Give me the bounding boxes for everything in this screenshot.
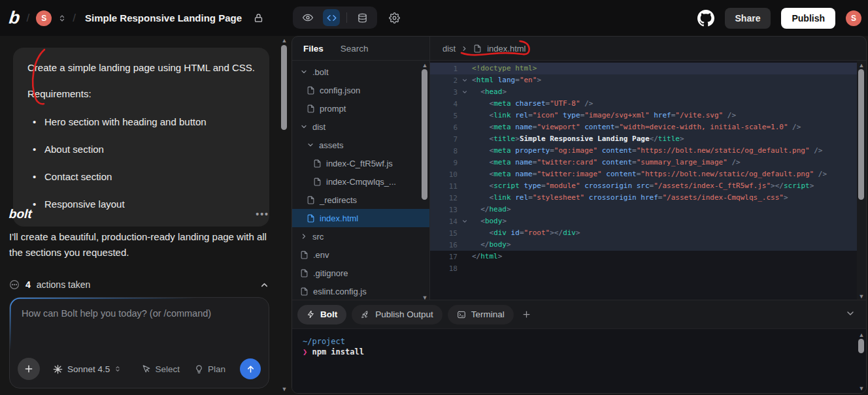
chat-scrollbar[interactable]: ▲ ▼ [280, 36, 289, 394]
tree-item-prompt[interactable]: prompt [292, 99, 429, 118]
code-line-6[interactable]: 6 <meta name="viewport" content="width=d… [430, 121, 857, 133]
share-button[interactable]: Share [725, 8, 771, 29]
code-line-4[interactable]: 4 <meta charset="UTF-8" /> [430, 98, 857, 110]
code-line-2[interactable]: 2<html lang="en"> [430, 74, 857, 86]
code-line-1[interactable]: 1<!doctype html> [430, 63, 857, 74]
editor-breadcrumb[interactable]: dist index.html [429, 44, 526, 54]
line-number: 5 [430, 112, 458, 120]
file-icon [300, 269, 309, 277]
scroll-up-arrow[interactable]: ▲ [858, 332, 865, 338]
tree-item-index-C-ftR5wf.js[interactable]: index-C_ftR5wf.js [292, 154, 429, 172]
scroll-down-arrow[interactable]: ▼ [858, 385, 865, 392]
tree-scrollbar[interactable]: ▲ ▼ [420, 62, 429, 301]
tree-item-src[interactable]: src [292, 227, 429, 245]
breadcrumb-file[interactable]: index.html [487, 44, 526, 54]
model-selector[interactable]: Sonnet 4.5 [53, 364, 121, 374]
code-line-18[interactable]: 18 [430, 262, 857, 274]
code-text: <meta name="twitter:image" content="http… [472, 168, 827, 180]
collapse-chevron-icon[interactable] [259, 280, 269, 290]
breadcrumb-folder[interactable]: dist [442, 44, 456, 54]
fold-chevron-icon[interactable] [458, 77, 472, 84]
tree-item-index.html[interactable]: index.html [292, 209, 429, 227]
tree-item-.bolt[interactable]: .bolt [292, 63, 429, 81]
scrollbar-thumb[interactable] [281, 45, 287, 130]
scroll-up-arrow[interactable]: ▲ [858, 62, 865, 69]
scrollbar-thumb[interactable] [422, 69, 427, 200]
code-line-11[interactable]: 11 <script type="module" crossorigin src… [430, 180, 857, 192]
publish-button[interactable]: Publish [781, 8, 835, 29]
message-menu-icon[interactable]: ••• [256, 209, 269, 219]
line-number: 2 [430, 76, 458, 85]
code-line-7[interactable]: 7 <title>Simple Responsive Landing Page<… [430, 133, 857, 145]
code-line-14[interactable]: 14 <body> [430, 215, 857, 227]
bolt-logo[interactable]: b [8, 9, 21, 27]
cursor-icon [141, 364, 151, 374]
code-line-17[interactable]: 17</html> [430, 251, 857, 262]
tree-item--redirects[interactable]: _redirects [292, 191, 429, 209]
scroll-down-arrow[interactable]: ▼ [281, 386, 288, 392]
code-view-icon[interactable] [323, 9, 340, 26]
tab-search[interactable]: Search [341, 44, 369, 54]
tree-item-config.json[interactable]: config.json [292, 81, 429, 99]
settings-gear-icon[interactable] [389, 12, 400, 24]
fold-chevron-icon[interactable] [458, 89, 472, 95]
database-icon[interactable] [354, 9, 371, 26]
plan-button[interactable]: Plan [194, 364, 225, 374]
code-line-9[interactable]: 9 <meta name="twitter:card" content="sum… [430, 157, 857, 168]
tab-files[interactable]: Files [303, 44, 324, 54]
code-line-15[interactable]: 15 <div id="root"></div> [430, 227, 857, 239]
chat-input-card: Sonnet 4.5 Select Plan [9, 297, 269, 388]
chevron-down-icon [307, 141, 314, 149]
line-number: 6 [430, 123, 458, 132]
tab-bolt-terminal[interactable]: Bolt [297, 305, 346, 324]
terminal-output[interactable]: ~/project ❯ npm install [292, 328, 866, 393]
tree-item-eslint.config.js[interactable]: eslint.config.js [292, 282, 429, 300]
workspace-switcher-icon[interactable] [58, 14, 66, 22]
preview-eye-icon[interactable] [299, 9, 316, 26]
code-text: <div id="root"></div> [472, 227, 580, 239]
file-icon [307, 214, 315, 223]
user-avatar[interactable]: S [846, 10, 861, 26]
tree-item-dist[interactable]: dist [292, 118, 429, 136]
send-button[interactable] [240, 358, 261, 379]
tree-item-assets[interactable]: assets [292, 136, 429, 154]
tab-publish-output[interactable]: Publish Output [352, 305, 442, 324]
code-line-12[interactable]: 12 <link rel="stylesheet" crossorigin hr… [430, 192, 857, 204]
terminal-prompt: ❯ [303, 347, 307, 356]
code-line-16[interactable]: 16 </body> [430, 239, 857, 251]
tree-item-index-Cmqwlqs-...[interactable]: index-Cmqwlqs_... [292, 172, 429, 191]
tab-terminal[interactable]: Terminal [448, 305, 514, 324]
collapse-panel-icon[interactable] [845, 308, 856, 319]
select-tool-button[interactable]: Select [141, 364, 180, 374]
fold-chevron-icon[interactable] [458, 218, 472, 225]
workspace-avatar[interactable]: S [36, 10, 52, 26]
scroll-up-arrow[interactable]: ▲ [281, 37, 288, 44]
terminal-scrollbar[interactable]: ▲ ▼ [857, 332, 866, 392]
scrollbar-thumb[interactable] [858, 339, 864, 353]
code-line-13[interactable]: 13 </head> [430, 204, 857, 215]
code-line-5[interactable]: 5 <link rel="icon" type="image/svg+xml" … [430, 110, 857, 121]
code-line-8[interactable]: 8 <meta property="og:image" content="htt… [430, 145, 857, 157]
attach-plus-button[interactable] [18, 358, 40, 380]
code-text: </head> [472, 204, 511, 215]
view-mode-toggle [293, 7, 400, 29]
github-icon[interactable] [697, 10, 714, 27]
lightbulb-icon [194, 364, 204, 374]
actions-taken-toggle[interactable]: 4 actions taken [9, 279, 269, 290]
chat-input[interactable] [22, 308, 257, 347]
code-text: <link rel="stylesheet" crossorigin href=… [472, 192, 788, 204]
add-terminal-button[interactable] [522, 309, 531, 319]
scroll-down-arrow[interactable]: ▼ [858, 293, 865, 300]
code-line-10[interactable]: 10 <meta name="twitter:image" content="h… [430, 168, 857, 180]
scrollbar-thumb[interactable] [858, 69, 864, 200]
code-editor[interactable]: 1<!doctype html>2<html lang="en">3 <head… [430, 61, 857, 300]
tree-item-label: config.json [320, 86, 360, 95]
tree-item-.gitignore[interactable]: .gitignore [292, 264, 429, 282]
tree-item-.env[interactable]: .env [292, 245, 429, 264]
code-line-3[interactable]: 3 <head> [430, 86, 857, 98]
assistant-message: I'll create a beautiful, production-read… [9, 229, 273, 261]
chevron-down-icon [300, 68, 308, 76]
scroll-up-arrow[interactable]: ▲ [422, 62, 428, 69]
editor-scrollbar[interactable]: ▲ ▼ [857, 61, 866, 301]
chevron-down-icon [300, 123, 308, 131]
